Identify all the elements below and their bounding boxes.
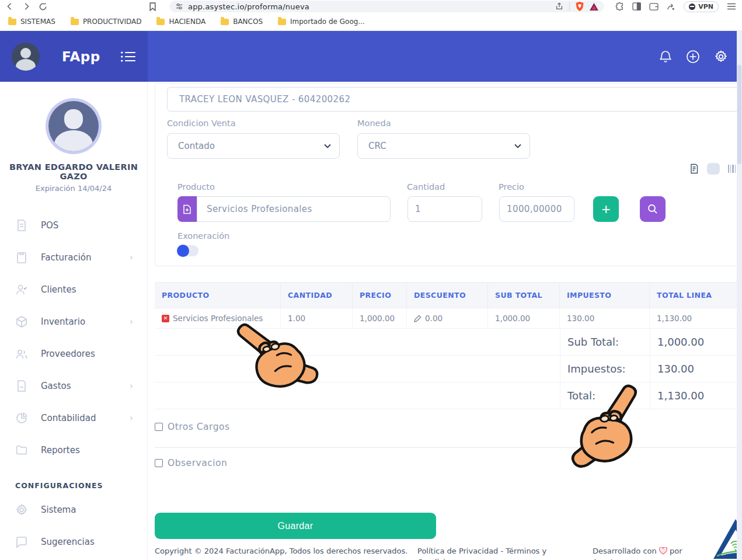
entry-mode-toggle[interactable] [707, 163, 720, 175]
back-icon[interactable] [6, 2, 14, 11]
site-settings-icon[interactable] [175, 2, 183, 11]
bookmark-label: HACIENDA [169, 18, 205, 26]
brave-shield-icon[interactable] [576, 2, 584, 11]
client-input[interactable] [167, 87, 742, 112]
column-header[interactable]: SUB TOTAL [488, 282, 560, 308]
sidebar-item-proveedores[interactable]: Proveedores [0, 338, 147, 370]
sidebar-item-facturacion[interactable]: Facturación › [0, 241, 147, 273]
receipt-icon[interactable] [689, 164, 699, 174]
bookmark-folder-importado[interactable]: Importado de Goog... [278, 18, 365, 26]
moneda-select[interactable]: CRC [357, 133, 530, 159]
save-button[interactable]: Guardar [155, 513, 436, 539]
exoneracion-toggle[interactable] [177, 245, 198, 256]
sidebar-toggle-icon[interactable] [632, 2, 641, 11]
column-header[interactable]: CANTIDAD [281, 282, 353, 308]
impuestos-label: Impuestos: [560, 356, 650, 382]
column-header[interactable]: IMPUESTO [560, 282, 650, 308]
bookmark-folder-bancos[interactable]: BANCOS [221, 18, 263, 26]
precio-input[interactable] [499, 196, 574, 222]
url-bar[interactable]: app.asystec.io/proforma/nueva [169, 1, 604, 12]
menu-icon[interactable] [727, 3, 736, 10]
line-items-table: PRODUCTO CANTIDAD PRECIO DESCUENTO SUB T… [155, 282, 742, 409]
sidebar-menu: POS Facturación › Clientes [0, 209, 147, 558]
vpn-label: VPN [698, 3, 713, 11]
add-new-icon[interactable] [686, 50, 700, 64]
bookmark-folder-hacienda[interactable]: HACIENDA [156, 18, 205, 26]
sidebar-item-gastos[interactable]: Gastos › [0, 370, 147, 402]
bat-icon[interactable] [590, 3, 598, 11]
bookmark-label: PRODUCTIVIDAD [83, 18, 142, 26]
sidebar-item-reportes[interactable]: Reportes [0, 434, 147, 466]
subtotal-label: Sub Total: [560, 329, 650, 356]
delete-line-icon[interactable]: ✕ [162, 315, 169, 322]
extensions-icon[interactable] [615, 2, 624, 11]
user-name: BRYAN EDGARDO VALERIN GAZO [0, 162, 147, 181]
bookmark-folder-productividad[interactable]: PRODUCTIVIDAD [71, 18, 142, 26]
column-header[interactable]: PRECIO [353, 282, 407, 308]
condicion-venta-select[interactable]: Contado [167, 133, 340, 159]
share-icon[interactable] [555, 2, 563, 11]
document-icon [15, 219, 28, 232]
bookmark-label: SISTEMAS [20, 18, 55, 26]
sidebar-item-label: Sugerencias [41, 537, 95, 547]
sidebar-item-sugerencias[interactable]: Sugerencias [0, 526, 147, 558]
bookmark-folder-sistemas[interactable]: SISTEMAS [8, 18, 55, 26]
main-content: Condicion Venta Moneda Contado CRC [148, 82, 742, 560]
sidebar-item-clientes[interactable]: Clientes [0, 273, 147, 305]
app-logo[interactable]: FApp [62, 49, 100, 64]
scrollbar-thumb[interactable] [737, 65, 741, 164]
sidebar-item-inventario[interactable]: Inventario › [0, 305, 147, 338]
otros-cargos-checkbox[interactable] [155, 423, 163, 431]
cell-producto: ✕ Servicios Profesionales [155, 308, 281, 329]
column-header[interactable]: DESCUENTO [407, 282, 488, 308]
sidebar-item-label: Contabilidad [41, 413, 96, 423]
cell-text: Servicios Profesionales [173, 314, 263, 323]
precio-label: Precio [499, 182, 524, 192]
sidebar-item-pos[interactable]: POS [0, 209, 147, 241]
edit-pencil-icon[interactable] [414, 315, 421, 322]
divider [569, 2, 570, 11]
footer-links[interactable]: Política de Privacidad - Términos y Cond… [417, 546, 593, 560]
exoneracion-label: Exoneración [177, 231, 742, 241]
column-header[interactable]: TOTAL LINEA [650, 282, 742, 308]
column-header[interactable]: PRODUCTO [155, 282, 281, 308]
box-icon [15, 315, 28, 328]
folder-icon [156, 19, 165, 25]
add-line-button[interactable]: + [593, 196, 619, 222]
sidebar-item-contabilidad[interactable]: Contabilidad › [0, 402, 147, 434]
folder-icon [71, 19, 79, 25]
sidebar-item-label: Facturación [41, 252, 92, 263]
cantidad-input[interactable] [407, 196, 482, 222]
scrollbar[interactable] [737, 31, 742, 560]
sidebar: BRYAN EDGARDO VALERIN GAZO Expiración 14… [0, 82, 148, 560]
observacion-checkbox[interactable] [155, 459, 163, 467]
notifications-bell-icon[interactable] [659, 50, 672, 64]
condicion-venta-label: Condicion Venta [167, 119, 357, 128]
wallet-icon[interactable] [649, 3, 659, 11]
settings-gear-icon[interactable] [714, 50, 728, 64]
app-header: FApp [0, 31, 742, 82]
clipboard-icon [15, 251, 28, 264]
vpn-button[interactable]: VPN [684, 1, 719, 12]
pie-chart-icon [15, 412, 28, 425]
chevron-right-icon: › [130, 413, 133, 423]
page: app.asystec.io/proforma/nueva [0, 0, 742, 560]
producto-label: Producto [177, 182, 407, 192]
bookmark-icon[interactable] [149, 2, 156, 11]
share-page-icon[interactable] [667, 2, 675, 11]
forward-icon[interactable] [22, 2, 30, 11]
product-add-doc-button[interactable] [177, 196, 197, 222]
user-avatar-large[interactable] [46, 98, 102, 154]
url-text[interactable]: app.asystec.io/proforma/nueva [188, 2, 551, 11]
document-plus-icon [183, 204, 191, 214]
user-avatar-small[interactable] [12, 43, 40, 71]
collapse-menu-icon[interactable] [121, 51, 136, 62]
user-expiration: Expiración 14/04/24 [0, 184, 147, 193]
search-product-button[interactable] [640, 196, 666, 222]
producto-input[interactable] [197, 196, 391, 222]
cell-subtotal: 1,000.00 [488, 308, 560, 329]
observacion-label: Observacion [168, 458, 227, 468]
reload-icon[interactable] [39, 2, 47, 11]
sidebar-item-sistema[interactable]: Sistema [0, 493, 147, 526]
chevron-right-icon: › [130, 381, 133, 391]
